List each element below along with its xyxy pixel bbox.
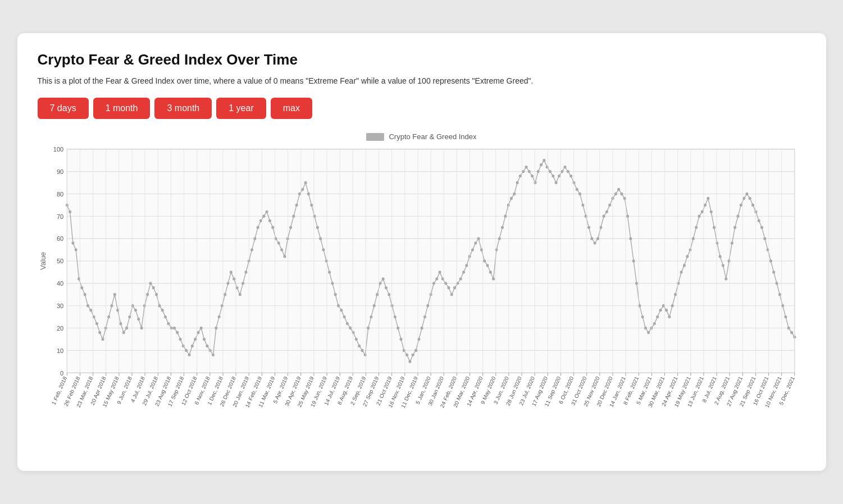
svg-text:Value: Value [39, 252, 47, 270]
svg-point-240 [704, 204, 707, 207]
btn-7days[interactable]: 7 days [38, 98, 89, 119]
svg-point-268 [787, 327, 790, 329]
svg-point-184 [536, 170, 539, 173]
svg-point-154 [447, 286, 450, 289]
svg-point-232 [680, 271, 682, 273]
svg-point-246 [721, 264, 724, 267]
svg-point-165 [480, 248, 482, 251]
svg-point-92 [262, 215, 265, 218]
svg-point-151 [438, 271, 441, 273]
svg-point-101 [289, 226, 292, 229]
svg-point-109 [313, 215, 316, 218]
svg-point-67 [188, 354, 190, 356]
svg-point-34 [89, 309, 92, 311]
svg-point-69 [194, 338, 197, 341]
svg-point-55 [152, 286, 154, 289]
svg-text:80: 80 [56, 190, 63, 197]
svg-point-77 [217, 315, 220, 318]
page-title: Crypto Fear & Greed Index Over Time [38, 51, 806, 68]
svg-point-31 [80, 286, 83, 289]
svg-point-127 [367, 327, 370, 329]
svg-point-186 [543, 159, 545, 162]
svg-point-234 [686, 255, 689, 258]
svg-point-222 [650, 327, 653, 329]
svg-point-70 [197, 331, 199, 334]
btn-1month[interactable]: 1 month [93, 98, 151, 119]
svg-point-80 [226, 282, 229, 285]
svg-point-123 [354, 338, 357, 341]
svg-point-233 [682, 264, 685, 267]
svg-point-61 [170, 327, 172, 329]
svg-point-259 [760, 226, 763, 229]
svg-point-185 [540, 163, 543, 166]
svg-point-58 [161, 309, 163, 311]
svg-point-95 [271, 226, 274, 229]
svg-point-79 [224, 293, 226, 296]
svg-point-174 [507, 204, 509, 207]
svg-point-247 [724, 277, 727, 280]
svg-point-40 [107, 315, 110, 318]
svg-point-45 [122, 331, 125, 334]
btn-1year[interactable]: 1 year [216, 98, 266, 119]
svg-point-146 [423, 315, 426, 318]
svg-point-50 [137, 318, 140, 320]
svg-point-76 [215, 327, 217, 329]
svg-point-37 [98, 331, 101, 334]
svg-point-29 [74, 248, 77, 251]
svg-point-171 [498, 237, 500, 240]
svg-point-128 [370, 315, 372, 318]
svg-point-253 [742, 197, 745, 200]
svg-point-47 [128, 315, 131, 318]
svg-point-52 [143, 304, 145, 307]
svg-point-254 [745, 193, 748, 195]
svg-point-237 [695, 226, 698, 229]
svg-point-160 [465, 264, 468, 267]
svg-point-221 [647, 331, 650, 334]
svg-point-263 [772, 271, 775, 273]
svg-text:50: 50 [56, 258, 63, 264]
svg-point-229 [671, 304, 673, 307]
svg-point-243 [713, 226, 716, 229]
svg-point-170 [495, 248, 498, 251]
svg-point-51 [140, 327, 143, 329]
svg-point-187 [545, 166, 548, 168]
svg-point-66 [185, 349, 188, 352]
svg-point-72 [203, 338, 206, 341]
svg-point-90 [256, 226, 259, 229]
svg-point-238 [698, 215, 700, 218]
svg-point-38 [101, 338, 104, 341]
svg-point-115 [331, 282, 334, 285]
svg-point-44 [119, 322, 122, 325]
chart-area: 0102030405060708090100Value1 Feb, 201826… [38, 143, 806, 457]
svg-point-82 [233, 277, 235, 280]
svg-point-117 [336, 304, 339, 307]
svg-text:30: 30 [56, 303, 63, 309]
svg-point-134 [388, 293, 390, 296]
svg-point-249 [730, 241, 733, 244]
svg-point-214 [626, 215, 629, 218]
svg-point-86 [244, 271, 247, 273]
svg-point-111 [319, 237, 322, 240]
svg-point-264 [775, 282, 778, 285]
svg-point-100 [286, 237, 289, 240]
svg-point-208 [608, 204, 611, 207]
svg-point-168 [489, 271, 491, 273]
svg-point-265 [778, 293, 781, 296]
svg-point-63 [176, 331, 179, 334]
btn-3month[interactable]: 3 month [154, 98, 212, 119]
svg-point-125 [361, 349, 363, 352]
svg-point-56 [155, 293, 158, 296]
svg-point-129 [372, 304, 375, 307]
svg-point-84 [238, 293, 241, 296]
svg-point-73 [206, 345, 208, 347]
svg-point-133 [384, 286, 387, 289]
svg-point-113 [325, 259, 327, 262]
btn-max[interactable]: max [271, 98, 312, 119]
svg-point-88 [250, 248, 253, 251]
svg-point-48 [131, 304, 134, 307]
svg-point-204 [596, 237, 599, 240]
svg-point-99 [283, 255, 286, 258]
svg-point-256 [751, 204, 754, 207]
svg-point-260 [763, 237, 766, 240]
svg-point-142 [411, 354, 414, 356]
